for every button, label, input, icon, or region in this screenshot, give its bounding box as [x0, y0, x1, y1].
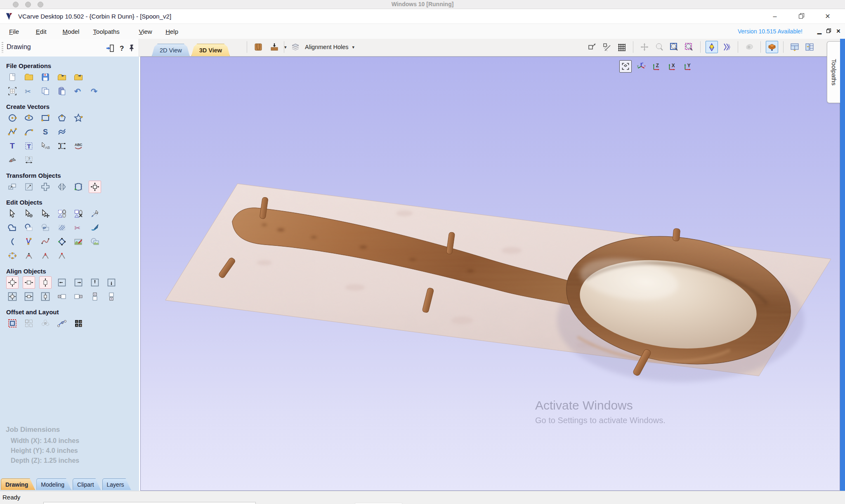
tab-clipart[interactable]: Clipart: [73, 478, 101, 490]
menu-toolpaths[interactable]: Toolpaths: [91, 27, 122, 36]
center-in-material-v-icon[interactable]: [39, 290, 52, 303]
window-close-button[interactable]: ✕: [819, 11, 837, 22]
pan-view-icon[interactable]: [638, 41, 651, 53]
zoom-to-drawing-icon[interactable]: [586, 41, 598, 53]
mdi-restore-button[interactable]: [824, 27, 833, 35]
subtract-vectors-icon[interactable]: [23, 221, 35, 234]
align-bottom-icon[interactable]: [105, 276, 118, 289]
draw-ellipse-icon[interactable]: [23, 112, 35, 124]
array-copy-icon[interactable]: [23, 317, 35, 330]
edit-text-spacing-icon[interactable]: AB: [39, 140, 52, 152]
draw-text-icon[interactable]: T: [6, 140, 19, 152]
stack-above-icon[interactable]: [89, 290, 101, 303]
menu-view[interactable]: View: [136, 27, 154, 36]
set-size-icon[interactable]: [23, 181, 35, 193]
group-objects-icon[interactable]: [56, 207, 68, 220]
set-cutting-depth-icon[interactable]: [268, 41, 281, 53]
undo-icon[interactable]: ↶: [72, 85, 85, 97]
menu-edit[interactable]: Edit: [33, 27, 49, 36]
tab-modeling[interactable]: Modeling: [36, 478, 71, 490]
zoom-box-icon[interactable]: [668, 41, 680, 53]
draw-arc-icon[interactable]: [23, 126, 35, 138]
tab-drawing[interactable]: Drawing: [1, 478, 35, 490]
draw-text-box-icon[interactable]: T: [23, 140, 35, 152]
center-in-material-h-icon[interactable]: [23, 290, 35, 303]
align-center-horizontal-icon[interactable]: [23, 276, 35, 289]
cut-icon[interactable]: ✂: [23, 85, 35, 97]
alignment-holes-dropdown[interactable]: Alignment Holes: [305, 44, 349, 50]
spoon-3d-model[interactable]: [141, 57, 840, 490]
view-isometric-frame-button[interactable]: [619, 60, 632, 73]
menu-file[interactable]: File: [7, 27, 21, 36]
stack-below-icon[interactable]: [105, 290, 118, 303]
window-minimize-button[interactable]: –: [766, 11, 784, 22]
align-top-icon[interactable]: [89, 276, 101, 289]
node-edit-tool-icon[interactable]: [23, 207, 35, 220]
align-left-icon[interactable]: [56, 276, 68, 289]
scale-view-icon[interactable]: [601, 41, 613, 53]
alignment-layers-icon[interactable]: [289, 41, 302, 53]
cut-vectors-icon[interactable]: ✂: [72, 221, 85, 234]
text-on-curve-icon[interactable]: I: [56, 140, 68, 152]
draw-star-icon[interactable]: [72, 112, 85, 124]
align-center-both-icon[interactable]: [6, 276, 19, 289]
arc-text-icon[interactable]: ABC: [72, 140, 85, 152]
align-outside-left-icon[interactable]: [56, 290, 68, 303]
window-restore-button[interactable]: [792, 11, 810, 22]
view-down-z-button[interactable]: Z: [651, 60, 663, 73]
edit-nodes-icon[interactable]: [56, 236, 68, 248]
align-move-icon[interactable]: [39, 181, 52, 193]
draw-rectangle-icon[interactable]: [39, 112, 52, 124]
preview-toolpaths-icon[interactable]: [743, 41, 755, 53]
trim-vectors-icon[interactable]: [56, 221, 68, 234]
split-view-icon[interactable]: [803, 41, 816, 53]
job-setup-icon[interactable]: [6, 85, 19, 97]
open-file-icon[interactable]: [23, 71, 35, 83]
move-selection-icon[interactable]: [6, 181, 19, 193]
import-vectors-icon[interactable]: [56, 71, 68, 83]
mirror-selection-icon[interactable]: [56, 181, 68, 193]
corner-sharp-icon[interactable]: [56, 250, 68, 262]
draw-polygon-icon[interactable]: [56, 112, 68, 124]
panel-grip[interactable]: [2, 42, 3, 53]
draw-circle-icon[interactable]: [6, 112, 19, 124]
align-outside-right-icon[interactable]: [72, 290, 85, 303]
auto-hide-icon[interactable]: [104, 42, 116, 54]
draw-dimension-icon[interactable]: ?: [23, 154, 35, 166]
view-isometric-axes-button[interactable]: zyx: [635, 60, 647, 73]
tab-layers[interactable]: Layers: [102, 478, 131, 490]
draw-texture-icon[interactable]: [56, 126, 68, 138]
3d-viewport[interactable]: zyxZXY Activate Windows Go to Settings t…: [140, 57, 840, 491]
fillet-corners-icon[interactable]: [6, 250, 19, 262]
measure-tool-icon[interactable]: [89, 207, 101, 220]
knife-tool-icon[interactable]: [89, 221, 101, 234]
align-right-icon[interactable]: [72, 276, 85, 289]
center-in-material-both-icon[interactable]: [6, 290, 19, 303]
select-tool-icon[interactable]: [6, 207, 19, 220]
view-along-y-button[interactable]: Y: [682, 60, 694, 73]
corner-external-icon[interactable]: [39, 250, 52, 262]
menu-model[interactable]: Model: [60, 27, 82, 36]
multi-sheet-view-icon[interactable]: [788, 41, 801, 53]
toolpaths-side-tab[interactable]: Toolpaths: [827, 41, 841, 103]
offset-vectors-icon[interactable]: [6, 317, 19, 330]
move-tool-icon[interactable]: [39, 207, 52, 220]
ungroup-objects-icon[interactable]: [72, 207, 85, 220]
toggle-grid-icon[interactable]: [616, 41, 628, 53]
new-file-icon[interactable]: [6, 71, 19, 83]
draw-polyline-icon[interactable]: [6, 126, 19, 138]
fit-polyline-icon[interactable]: [23, 236, 35, 248]
toggle-wireframe-icon[interactable]: [720, 41, 733, 53]
menu-help[interactable]: Help: [163, 27, 181, 36]
save-file-icon[interactable]: [39, 71, 52, 83]
fit-curve-icon[interactable]: [39, 236, 52, 248]
fit-arc-icon[interactable]: [6, 236, 19, 248]
weld-vectors-icon[interactable]: [6, 221, 19, 234]
corner-internal-icon[interactable]: [23, 250, 35, 262]
trace-bitmap-icon[interactable]: [6, 154, 19, 166]
draw-material-block-icon[interactable]: [766, 41, 778, 53]
intersect-vectors-icon[interactable]: [39, 221, 52, 234]
align-center-vertical-icon[interactable]: [39, 276, 52, 289]
two-sided-material-icon[interactable]: [252, 41, 264, 53]
center-in-material-icon[interactable]: [89, 181, 101, 193]
